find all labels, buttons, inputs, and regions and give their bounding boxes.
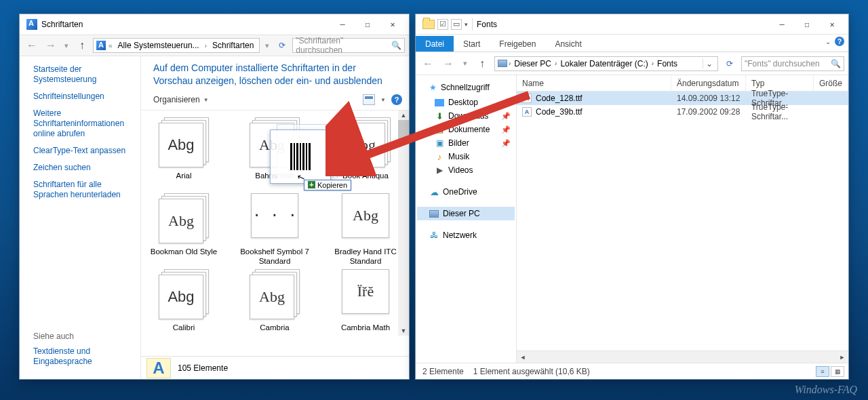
file-row[interactable]: ACode_39b.ttf 17.09.2002 09:28 TrueType-… [517, 105, 848, 119]
status-selection: 1 Element ausgewählt (10,6 KB) [473, 367, 590, 376]
breadcrumb[interactable]: « Alle Systemsteuerun... › Schriftarten [93, 38, 260, 53]
tab-share[interactable]: Freigeben [490, 36, 545, 52]
organize-menu[interactable]: Organisieren ▼ [149, 93, 213, 106]
breadcrumb[interactable]: › Dieser PC › Lokaler Datenträger (C:) ›… [494, 56, 718, 71]
watermark-text: Windows-FAQ [795, 384, 857, 396]
font-item[interactable]: · · · Bookshelf Symbol 7 Standard [237, 193, 312, 266]
refresh-button[interactable]: ⟳ [722, 59, 737, 68]
breadcrumb-current[interactable]: Schriftarten [210, 39, 256, 52]
scroll-right-button[interactable]: ► [837, 353, 847, 362]
tree-quick-access-item[interactable]: Desktop📌 [417, 96, 515, 109]
font-grid[interactable]: Abg Arial Abg Bahnschrift Abg Book Antiq… [141, 111, 409, 356]
music-icon: ♪ [437, 152, 442, 162]
nav-history-dropdown[interactable]: ▾ [460, 56, 470, 72]
maximize-button[interactable]: ☐ [795, 17, 819, 32]
breadcrumb-parent[interactable]: Alle Systemsteuerun... [115, 39, 202, 52]
barcode-icon [290, 143, 311, 170]
font-item[interactable]: Ïřĕ Cambria Math [328, 269, 403, 342]
sidebar-home-link[interactable]: Startseite der Systemsteuerung [33, 64, 131, 85]
tree-onedrive[interactable]: ☁ OneDrive [417, 185, 515, 199]
horizontal-scrollbar[interactable]: ◄ ► [517, 351, 848, 363]
tree-quick-access-item[interactable]: ⬇Downloads📌 [417, 109, 515, 123]
nav-up-button[interactable]: ↑ [474, 56, 490, 72]
minimize-button[interactable]: — [770, 17, 794, 32]
view-options-button[interactable] [363, 94, 375, 105]
close-button[interactable]: ✕ [380, 17, 405, 32]
nav-up-button[interactable]: ↑ [74, 37, 90, 54]
tree-network[interactable]: 🖧 Netzwerk [417, 228, 515, 242]
nav-back-button[interactable]: ← [24, 37, 40, 54]
scrollbar-track[interactable]: ▲ ▼ [398, 111, 409, 336]
nav-history-dropdown[interactable]: ▾ [62, 37, 71, 54]
help-button[interactable]: ? [391, 94, 402, 105]
see-also-link[interactable]: Textdienste und Eingabesprache [33, 346, 131, 367]
tree-quick-access-item[interactable]: ▣Bilder📌 [417, 136, 515, 150]
tree-quick-access[interactable]: ★ Schnellzugriff [417, 81, 515, 94]
explorer-window-title: Fonts [477, 20, 497, 29]
tree-quick-access-item[interactable]: ♪Musik [417, 150, 515, 163]
qat-properties-button[interactable]: ☑ [437, 19, 448, 30]
pin-icon: 📌 [501, 139, 511, 148]
nav-back-button[interactable]: ← [420, 56, 436, 72]
videos-icon: ▶ [437, 165, 443, 175]
font-item[interactable]: Abg Bradley Hand ITC Standard [328, 193, 403, 266]
scroll-up-button[interactable]: ▲ [398, 111, 409, 120]
font-file-icon: A [522, 107, 532, 117]
pin-icon: 📌 [501, 112, 511, 121]
tab-start[interactable]: Start [454, 36, 490, 52]
qat-dropdown[interactable]: ▾ [465, 21, 468, 28]
explorer-search-input[interactable]: "Fonts" durchsuchen 🔍 [741, 56, 844, 71]
breadcrumb-dropdown[interactable]: ▾ [262, 37, 272, 54]
close-button[interactable]: ✕ [820, 17, 844, 32]
scroll-down-button[interactable]: ▼ [398, 326, 409, 336]
file-list[interactable]: Name Änderungsdatum Typ Größe ACode_128.… [517, 75, 848, 363]
sidebar-link[interactable]: Schrifteinstellungen [33, 92, 131, 102]
nav-forward-button[interactable]: → [43, 37, 59, 54]
minimize-button[interactable]: — [330, 17, 355, 32]
tree-this-pc[interactable]: Dieser PC [417, 207, 515, 220]
font-item[interactable]: Abg Cambria [237, 269, 312, 342]
sidebar-link[interactable]: Schriftarten für alle Sprachen herunterl… [33, 180, 131, 200]
scrollbar-thumb[interactable] [398, 120, 409, 140]
font-name-label: Arial [176, 172, 191, 191]
tab-view[interactable]: Ansicht [545, 36, 591, 52]
col-size[interactable]: Größe [814, 75, 848, 91]
breadcrumb-item[interactable]: Lokaler Datenträger (C:) [558, 59, 650, 68]
tab-file[interactable]: Datei [416, 36, 454, 52]
sidebar-link[interactable]: Zeichen suchen [33, 163, 131, 173]
font-item[interactable]: Abg Calibri [146, 269, 221, 342]
scroll-left-button[interactable]: ◄ [518, 353, 528, 362]
nav-forward-button[interactable]: → [440, 56, 456, 72]
explorer-nav-tree[interactable]: ★ Schnellzugriff Desktop📌⬇Downloads📌▤Dok… [416, 75, 517, 363]
tree-quick-access-item[interactable]: ▤Dokumente📌 [417, 123, 515, 136]
explorer-titlebar[interactable]: ☑ ▭ ▾ Fonts — ☐ ✕ [416, 14, 848, 35]
ribbon-expand-button[interactable]: ⌄ [825, 38, 831, 45]
ribbon-help-button[interactable]: ? [835, 37, 844, 46]
qat-newfolder-button[interactable]: ▭ [451, 19, 462, 30]
font-item[interactable]: Abg Bookman Old Style [146, 193, 221, 266]
desktop-icon [435, 99, 444, 106]
breadcrumb-item[interactable]: Fonts [655, 59, 679, 68]
fonts-search-input[interactable]: "Schriftarten" durchsuchen 🔍 [292, 38, 405, 53]
view-details-button[interactable]: ≡ [816, 366, 829, 377]
drag-ghost-front [270, 129, 331, 184]
breadcrumb-dropdown[interactable]: ⌄ [703, 59, 715, 68]
tree-quick-access-item[interactable]: ▶Videos [417, 163, 515, 177]
maximize-button[interactable]: ☐ [355, 17, 380, 32]
font-item[interactable]: Abg Arial [146, 117, 221, 191]
fonts-titlebar[interactable]: Schriftarten — ☐ ✕ [20, 14, 409, 35]
pin-icon: 📌 [501, 98, 511, 107]
sidebar-link[interactable]: ClearType-Text anpassen [33, 146, 131, 156]
status-item-count: 2 Elemente [422, 367, 464, 376]
font-name-label: Calibri [173, 323, 195, 342]
downloads-icon: ⬇ [436, 111, 443, 121]
col-date[interactable]: Änderungsdatum [671, 75, 746, 91]
view-dropdown-button[interactable]: ▼ [380, 97, 386, 103]
pc-icon [498, 60, 507, 67]
breadcrumb-item[interactable]: Dieser PC [512, 59, 553, 68]
col-name[interactable]: Name [517, 75, 671, 91]
sidebar-link[interactable]: Weitere Schriftarteninformationen online… [33, 108, 131, 139]
view-large-icons-button[interactable]: ▦ [831, 366, 844, 377]
pictures-icon: ▣ [436, 138, 443, 148]
refresh-button[interactable]: ⟳ [275, 41, 290, 50]
